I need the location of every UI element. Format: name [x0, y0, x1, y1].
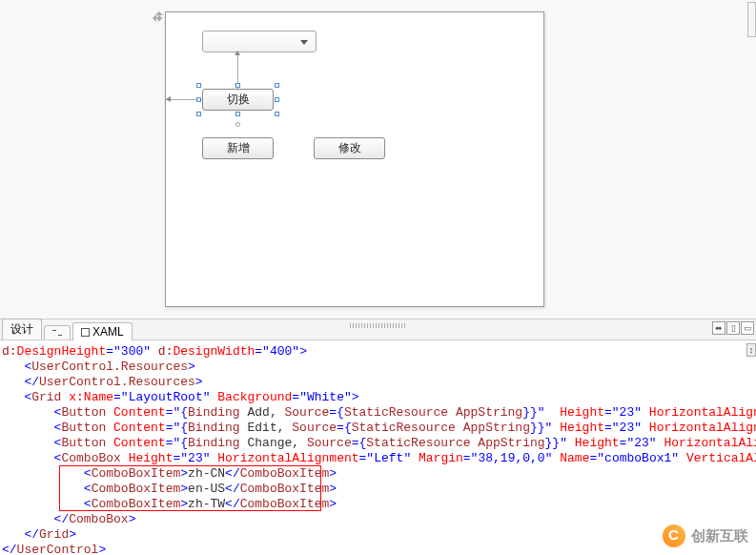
combobox-control[interactable]: [202, 31, 317, 52]
tab-design[interactable]: 设计: [2, 319, 42, 339]
watermark: 创新互联: [663, 524, 748, 547]
resize-anchor-icon: [235, 122, 240, 127]
button-add[interactable]: 新增: [202, 137, 274, 159]
guideline-arrow-up-icon: [235, 51, 240, 55]
chevron-down-icon: [300, 40, 308, 45]
view-collapse-icon[interactable]: ▭: [741, 321, 754, 335]
guideline-horizontal: [166, 99, 202, 100]
xaml-code-text: d:DesignHeight="300" d:DesignWidth="400"…: [2, 344, 752, 553]
canvas-anchor-icon: [153, 11, 162, 21]
tab-xaml[interactable]: XAML: [72, 322, 133, 340]
splitter-grip-icon[interactable]: [350, 323, 407, 328]
view-horizontal-icon[interactable]: ⬌: [712, 321, 725, 335]
tab-swap[interactable]: [44, 325, 71, 339]
watermark-text: 创新互联: [691, 527, 748, 545]
button-edit[interactable]: 修改: [314, 137, 385, 159]
box-icon: [81, 328, 90, 337]
xaml-code-editor[interactable]: ↕ d:DesignHeight="300" d:DesignWidth="40…: [0, 340, 756, 553]
design-canvas[interactable]: 切换 新增 修改: [165, 11, 544, 307]
swap-icon: [52, 328, 62, 338]
guideline-arrow-left-icon: [166, 96, 171, 102]
code-overflow-badge[interactable]: ↕: [746, 343, 756, 357]
button-change[interactable]: 切换: [202, 89, 274, 111]
right-panel-handle[interactable]: [747, 2, 756, 37]
designer-canvas-area: 切换 新增 修改: [0, 0, 756, 319]
watermark-logo-icon: [663, 524, 685, 547]
tab-design-label: 设计: [10, 321, 33, 338]
tab-row: 设计 XAML ⬌ ▯ ▭: [0, 319, 756, 340]
tab-xaml-label: XAML: [92, 325, 124, 339]
view-vertical-icon[interactable]: ▯: [726, 321, 740, 335]
view-mode-icons: ⬌ ▯ ▭: [712, 321, 754, 335]
